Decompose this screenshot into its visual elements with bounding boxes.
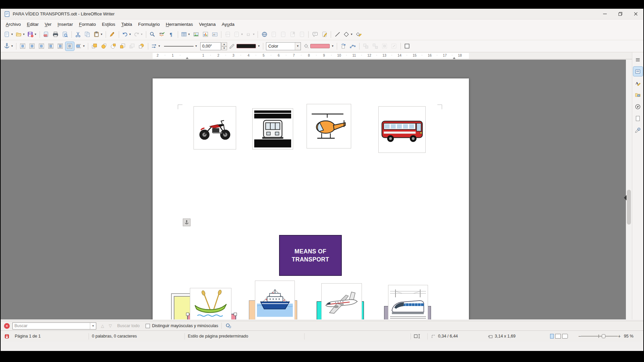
bring-to-front-button[interactable]	[90, 42, 99, 51]
fill-style-select[interactable]: Color▼	[266, 42, 301, 50]
find-and-replace-icon[interactable]	[225, 323, 231, 329]
document-modified-indicator[interactable]	[5, 331, 9, 342]
frame-properties-button[interactable]	[403, 42, 412, 51]
export-pdf-button[interactable]: PDF	[42, 30, 51, 39]
selection-mode-indicator[interactable]	[414, 331, 421, 342]
sidebar-tab-page[interactable]	[633, 114, 643, 123]
image-motorcycle[interactable]	[194, 106, 236, 149]
selection-handle[interactable]	[234, 313, 237, 316]
page-style-status[interactable]: Estilo de página predeterminado	[188, 331, 248, 342]
line-style-select[interactable]: ▼	[162, 42, 199, 51]
hide-sidebar-arrow[interactable]	[624, 195, 627, 200]
page-number-status[interactable]: Página 1 de 1	[15, 331, 41, 342]
insert-hyperlink-button[interactable]	[260, 30, 269, 39]
insert-textbox-button[interactable]: A	[210, 30, 219, 39]
horizontal-ruler[interactable]: 2·1·1·2·3·4·5·6·7·8·9·10·11·12·13·14·15·…	[1, 52, 632, 59]
sidebar-tab-gallery[interactable]	[633, 90, 643, 100]
document-canvas[interactable]: MEANS OF TRANSPORT O BUS BOAT SHIP PLANE…	[1, 60, 626, 319]
insert-comment-button[interactable]	[311, 30, 319, 39]
menu-tabla[interactable]: Tabla	[118, 20, 135, 28]
close-button[interactable]	[628, 9, 643, 19]
zoom-out-button[interactable]: −	[578, 334, 581, 339]
align-objects-button[interactable]: ▼	[75, 42, 86, 51]
line-color-button[interactable]: ▼	[228, 42, 261, 51]
cut-button[interactable]	[74, 30, 83, 39]
wrap-left-button[interactable]	[47, 42, 55, 51]
points-button[interactable]	[348, 42, 357, 51]
menu-ayuda[interactable]: Ayuda	[219, 20, 237, 28]
open-button[interactable]: ▼	[15, 30, 26, 39]
new-document-button[interactable]: ▼	[3, 30, 14, 39]
zoom-control[interactable]: − +	[578, 331, 621, 342]
line-width-down[interactable]: ▼	[221, 46, 227, 50]
bring-forward-button[interactable]	[100, 42, 108, 51]
cursor-position-status[interactable]: 0,34 / 6,44	[431, 331, 458, 342]
arrow-style-button[interactable]: ▼	[150, 42, 161, 51]
wrap-right-button[interactable]	[56, 42, 65, 51]
search-input[interactable]	[13, 323, 90, 328]
copy-button[interactable]	[83, 30, 92, 39]
wrap-optimal-button[interactable]	[37, 42, 46, 51]
sidebar-tab-style-inspector[interactable]	[633, 125, 643, 135]
menu-insertar[interactable]: Insertar	[55, 20, 76, 28]
view-layout-buttons[interactable]	[550, 331, 569, 342]
book-view-button[interactable]	[562, 334, 568, 339]
object-size-status[interactable]: 3,14 x 1,69	[488, 331, 516, 342]
indent-marker[interactable]	[453, 57, 455, 59]
menu-herramientas[interactable]: Herramientas	[163, 20, 196, 28]
zoom-in-button[interactable]: +	[618, 334, 621, 339]
vertical-scrollbar[interactable]	[626, 60, 632, 319]
single-page-view-button[interactable]	[550, 334, 554, 339]
save-button[interactable]: ▼	[26, 30, 38, 39]
image-ship[interactable]	[255, 281, 295, 319]
sidebar-tab-properties[interactable]	[633, 67, 643, 76]
menu-archivo[interactable]: Archivo	[3, 20, 24, 28]
find-replace-button[interactable]	[148, 30, 157, 39]
find-previous-button[interactable]: △	[101, 323, 104, 328]
search-history-dropdown[interactable]: ▼	[90, 323, 96, 329]
line-width-spinbox[interactable]: 0,00″▲▼	[200, 42, 227, 50]
find-all-button[interactable]: Buscar todo	[117, 323, 140, 328]
wrap-page-button[interactable]	[28, 42, 37, 51]
insert-chart-button[interactable]	[201, 30, 210, 39]
image-bus[interactable]	[378, 106, 426, 153]
find-next-button[interactable]: ▽	[109, 323, 112, 328]
image-helicopter[interactable]	[307, 104, 351, 148]
wrap-off-button[interactable]	[18, 42, 27, 51]
print-button[interactable]	[51, 30, 60, 39]
insert-line-button[interactable]	[333, 30, 342, 39]
menu-editar[interactable]: Editar	[24, 20, 42, 28]
spelling-button[interactable]: abc	[158, 30, 166, 39]
menu-estilos[interactable]: Estilos	[99, 20, 118, 28]
multi-page-view-button[interactable]	[555, 334, 561, 339]
maximize-button[interactable]	[612, 9, 628, 19]
match-case-checkbox[interactable]	[146, 324, 150, 328]
sidebar-tab-styles[interactable]: A	[633, 78, 643, 88]
search-combobox[interactable]: ▼	[12, 322, 96, 329]
image-tram[interactable]	[252, 108, 293, 149]
menu-formulario[interactable]: Formulario	[135, 20, 163, 28]
print-preview-button[interactable]	[61, 30, 69, 39]
close-find-bar-button[interactable]: ✕	[4, 323, 10, 329]
send-to-back-button[interactable]	[118, 42, 127, 51]
zoom-slider-thumb[interactable]	[602, 334, 605, 338]
means-of-transport-textbox[interactable]: MEANS OF TRANSPORT	[279, 235, 342, 276]
image-airplane[interactable]	[321, 283, 362, 319]
formatting-marks-button[interactable]: ¶	[167, 30, 176, 39]
clone-formatting-button[interactable]	[108, 30, 117, 39]
draw-functions-button[interactable]	[354, 30, 363, 39]
menu-ver[interactable]: Ver	[42, 20, 54, 28]
menu-ventana[interactable]: Ventana	[196, 20, 219, 28]
sidebar-tab-navigator[interactable]	[633, 102, 643, 111]
behind-object-button[interactable]	[137, 42, 146, 51]
selection-handle[interactable]	[186, 313, 189, 316]
scrollbar-thumb[interactable]	[627, 190, 631, 225]
anchor-button[interactable]: ▼	[3, 42, 14, 51]
undo-button[interactable]: ▼	[121, 30, 132, 39]
minimize-button[interactable]	[597, 9, 612, 19]
basic-shapes-button[interactable]: ▼	[342, 30, 354, 39]
insert-table-button[interactable]: ▼	[180, 30, 191, 39]
menu-formato[interactable]: Formato	[76, 20, 99, 28]
track-changes-button[interactable]	[320, 30, 329, 39]
line-width-up[interactable]: ▲	[221, 42, 227, 46]
